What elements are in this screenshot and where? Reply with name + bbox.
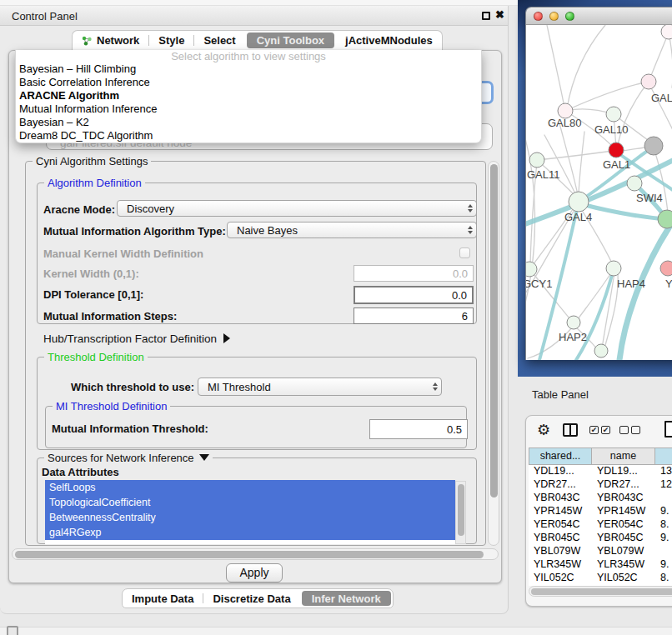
scrollbar-thumb[interactable] (490, 164, 498, 498)
settings-horizontal-scrollbar[interactable] (12, 548, 499, 560)
float-window-icon[interactable] (482, 12, 490, 20)
tab-cyni-toolbox[interactable]: Cyni Toolbox (247, 32, 334, 48)
mi-algorithm-type-value: Naive Bayes (237, 224, 298, 237)
scrollbar-thumb[interactable] (458, 484, 464, 536)
network-edge[interactable] (559, 123, 578, 195)
table-row[interactable]: YDL19...YDL19...13 (529, 465, 672, 478)
attributes-scrollbar[interactable] (455, 481, 466, 544)
network-edge[interactable] (544, 135, 576, 196)
algorithm-option[interactable]: Mutual Information Inference (16, 102, 481, 116)
deselect-all-checkboxes-icon[interactable] (619, 426, 640, 434)
node-gal-partial[interactable] (641, 74, 656, 89)
node-green[interactable] (658, 210, 672, 228)
table-row[interactable]: YPR145WYPR145W9. (529, 505, 672, 518)
table-row[interactable]: YBR043CYBR043C (529, 492, 672, 505)
close-traffic-light-icon[interactable] (534, 12, 543, 21)
node-gal1[interactable] (609, 142, 624, 158)
node-top-partial[interactable] (661, 25, 672, 39)
table-row[interactable]: YDR27...YDR27...12 (529, 478, 672, 492)
gear-icon[interactable]: ⚙ (537, 420, 550, 440)
hub-section-toggle[interactable]: Hub/Transcription Factor Definition (43, 332, 230, 345)
tab-impute-data[interactable]: Impute Data (123, 589, 203, 608)
combo-stepper-icon (468, 222, 473, 238)
node-gray[interactable] (644, 137, 663, 155)
settings-vertical-scrollbar[interactable] (488, 161, 499, 546)
zoom-traffic-light-icon[interactable] (565, 12, 574, 21)
tab-infer-network[interactable]: Infer Network (302, 591, 391, 606)
manual-kernel-width-checkbox[interactable] (459, 248, 470, 258)
table-row[interactable]: YBL079WYBL079W (529, 545, 672, 558)
tab-jactivemnodules[interactable]: jActiveMNodules (336, 31, 442, 50)
kernel-width-field[interactable]: 0.0 (354, 265, 474, 282)
node-gcy1[interactable] (526, 262, 537, 277)
network-edge[interactable] (604, 272, 618, 348)
cell: YER054C (529, 518, 592, 532)
scrollbar-thumb[interactable] (531, 588, 672, 595)
mi-steps-field[interactable]: 6 (354, 308, 474, 324)
network-view-window[interactable]: GALGAL80GAL10GAL1GAL11SWI4GAL4GCY1HAP4YH… (525, 7, 672, 360)
table-row[interactable]: YBR045CYBR045C9. (529, 532, 672, 545)
mi-algorithm-type-combo[interactable]: Naive Bayes (227, 222, 477, 238)
column-header-shared-name[interactable]: shared... (529, 448, 592, 465)
docked-panel-icon[interactable] (7, 626, 18, 635)
network-window-titlebar[interactable] (526, 8, 672, 25)
minimize-traffic-light-icon[interactable] (549, 12, 559, 21)
split-pane-divider[interactable] (509, 6, 518, 635)
algorithm-option-selected[interactable]: ARACNE Algorithm (16, 89, 481, 102)
cell: 9. (655, 532, 672, 545)
tab-network[interactable]: Network (73, 31, 148, 50)
node-bottom-green[interactable] (594, 344, 608, 358)
table-row[interactable]: YIL052CYIL052C8. (529, 572, 672, 585)
node-hap4[interactable] (606, 261, 621, 276)
apply-button[interactable]: Apply (226, 563, 283, 582)
cell: YBR043C (592, 492, 655, 505)
algorithm-option[interactable]: Bayesian – Hill Climbing (16, 62, 481, 76)
node-gal10[interactable] (606, 107, 621, 122)
node-gal-partial-label: GAL (651, 92, 672, 104)
tab-select[interactable]: Select (194, 31, 244, 50)
network-edge[interactable] (619, 227, 669, 360)
algorithm-option[interactable]: Basic Correlation Inference (16, 76, 481, 89)
export-table-icon[interactable] (664, 421, 672, 438)
node-swi4[interactable] (627, 176, 642, 191)
table-row[interactable]: YLR345WYLR345W9. (529, 558, 672, 572)
algorithm-option[interactable]: Dream8 DC_TDC Algorithm (16, 129, 481, 142)
select-all-checkboxes-icon[interactable]: ✔✔ (589, 426, 610, 434)
network-edge[interactable] (547, 25, 564, 108)
network-edge[interactable] (579, 132, 584, 194)
columns-icon[interactable] (563, 423, 578, 437)
node-hap2[interactable] (567, 316, 580, 329)
network-edge[interactable] (649, 83, 672, 130)
attribute-item-selected[interactable]: SelfLoops (45, 480, 455, 495)
cell: 8. (655, 572, 672, 585)
sources-group-toggle[interactable]: Sources for Network Inference (44, 452, 213, 464)
column-header-name[interactable]: name (592, 448, 655, 465)
attribute-item-selected[interactable]: gal4RGexp (45, 525, 455, 540)
which-threshold-combo[interactable]: MI Threshold (198, 378, 442, 396)
algorithm-dropdown-placeholder: Select algorithm to view settings (16, 50, 481, 62)
algorithm-option[interactable]: Bayesian – K2 (16, 116, 481, 129)
table-horizontal-scrollbar[interactable] (529, 586, 672, 597)
dpi-tolerance-field[interactable]: 0.0 (354, 286, 474, 304)
network-edge[interactable] (537, 151, 613, 160)
column-header-partial[interactable]: A (655, 448, 672, 465)
network-edge[interactable] (669, 32, 672, 88)
table-row[interactable]: YER054CYER054C8. (529, 518, 672, 532)
node-gal11[interactable] (529, 152, 544, 168)
mi-threshold-field[interactable]: 0.5 (369, 419, 468, 439)
attribute-item-selected[interactable]: BetweennessCentrality (45, 510, 455, 525)
combo-stepper-icon (468, 201, 473, 216)
scrollbar-thumb[interactable] (15, 551, 484, 558)
network-edge[interactable] (649, 32, 669, 82)
attribute-item-selected[interactable]: TopologicalCoefficient (45, 495, 455, 510)
node-pink[interactable] (660, 261, 672, 276)
close-icon[interactable]: ✖ (495, 8, 504, 21)
aracne-mode-combo[interactable]: Discovery (117, 200, 477, 217)
tab-discretize-data[interactable]: Discretize Data (203, 589, 299, 608)
network-edge[interactable] (565, 82, 649, 111)
network-canvas[interactable]: GALGAL80GAL10GAL1GAL11SWI4GAL4GCY1HAP4YH… (526, 25, 672, 360)
table-body: YDL19...YDL19...13 YDR27...YDR27...12 YB… (529, 465, 672, 586)
node-gal4[interactable] (569, 192, 589, 212)
cell: YBR043C (529, 492, 592, 505)
tab-style[interactable]: Style (149, 31, 193, 50)
